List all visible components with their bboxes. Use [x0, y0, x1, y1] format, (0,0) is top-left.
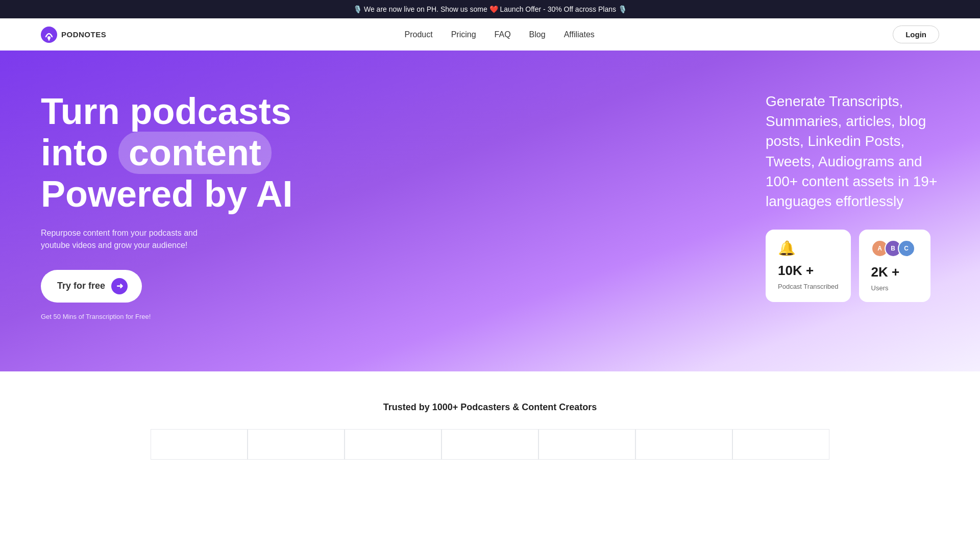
stat-card-transcribed: 🔔 10K + Podcast Transcribed: [766, 230, 851, 302]
logo-text: PODNOTES: [61, 30, 106, 39]
try-for-free-button[interactable]: Try for free ➜: [41, 270, 142, 303]
nav-link-affiliates[interactable]: Affiliates: [564, 30, 595, 39]
nav-link-blog[interactable]: Blog: [529, 30, 546, 39]
hero-title-highlight: content: [118, 132, 272, 174]
user-avatars: A B C: [871, 240, 918, 257]
logo-strip: [41, 429, 939, 460]
stat-card-users: A B C 2K + Users: [859, 230, 930, 302]
transcribed-label: Podcast Transcribed: [778, 283, 839, 290]
partner-logo-7: [732, 429, 829, 460]
nav-item-pricing[interactable]: Pricing: [451, 30, 476, 39]
nav-item-affiliates[interactable]: Affiliates: [564, 30, 595, 39]
partner-logo-4: [442, 429, 538, 460]
hero-title-line3: Powered by AI: [41, 173, 292, 214]
partner-logo-1: [151, 429, 248, 460]
avatar-3: C: [898, 240, 915, 257]
logo[interactable]: PODNOTES: [41, 27, 106, 43]
partner-logo-6: [635, 429, 732, 460]
stats-cards: 🔔 10K + Podcast Transcribed A B C 2K + U…: [766, 230, 939, 302]
hero-subtitle: Repurpose content from your podcasts and…: [41, 227, 292, 252]
hero-left: Turn podcasts into content Powered by AI…: [41, 81, 292, 320]
hero-title: Turn podcasts into content Powered by AI: [41, 91, 292, 215]
hero-title-line1: Turn podcasts: [41, 91, 291, 132]
nav-item-product[interactable]: Product: [405, 30, 433, 39]
hero-description: Generate Transcripts, Summaries, article…: [766, 91, 939, 211]
hero-section: Turn podcasts into content Powered by AI…: [0, 51, 980, 371]
nav-link-pricing[interactable]: Pricing: [451, 30, 476, 39]
svg-rect-2: [48, 39, 50, 40]
trusted-title: Trusted by 1000+ Podcasters & Content Cr…: [41, 402, 939, 413]
arrow-right-icon: ➜: [111, 278, 128, 294]
navbar: PODNOTES Product Pricing FAQ Blog Affili…: [0, 18, 980, 51]
podcast-bell-icon: 🔔: [778, 240, 839, 257]
partner-logo-3: [345, 429, 442, 460]
partner-logo-5: [538, 429, 635, 460]
hero-title-line2-pre: into: [41, 132, 118, 173]
trusted-section: Trusted by 1000+ Podcasters & Content Cr…: [0, 371, 980, 480]
nav-item-faq[interactable]: FAQ: [495, 30, 511, 39]
nav-item-blog[interactable]: Blog: [529, 30, 546, 39]
svg-point-1: [47, 36, 51, 39]
free-note: Get 50 Mins of Transcription for Free!: [41, 313, 292, 320]
login-button[interactable]: Login: [893, 26, 939, 43]
logo-icon: [41, 27, 57, 43]
announcement-bar: 🎙️ We are now live on PH. Show us some ❤…: [0, 0, 980, 18]
users-count: 2K +: [871, 264, 918, 280]
users-label: Users: [871, 284, 918, 292]
nav-links: Product Pricing FAQ Blog Affiliates: [405, 30, 595, 39]
hero-right: Generate Transcripts, Summaries, article…: [766, 81, 939, 302]
try-free-label: Try for free: [57, 281, 105, 291]
nav-link-faq[interactable]: FAQ: [495, 30, 511, 39]
nav-link-product[interactable]: Product: [405, 30, 433, 39]
partner-logo-2: [248, 429, 345, 460]
announcement-text: 🎙️ We are now live on PH. Show us some ❤…: [353, 5, 627, 13]
transcribed-count: 10K +: [778, 263, 839, 279]
